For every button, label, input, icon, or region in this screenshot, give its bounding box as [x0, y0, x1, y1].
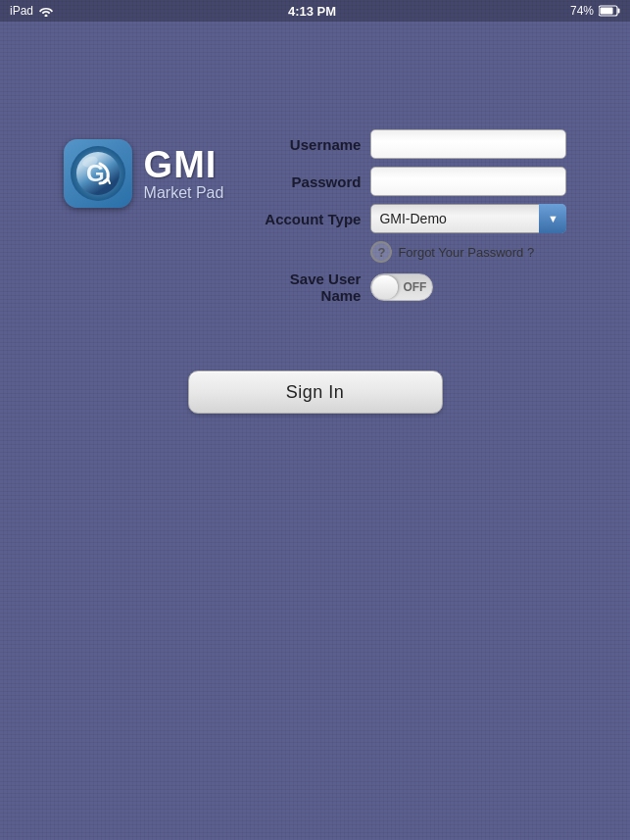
save-username-label: Save User Name	[253, 271, 361, 304]
password-label: Password	[253, 173, 361, 190]
logo-container: G GMI Market Pad	[64, 139, 224, 208]
save-username-row: Save User Name OFF	[253, 271, 566, 304]
status-left: iPad	[10, 4, 54, 18]
ipad-label: iPad	[10, 4, 33, 18]
forgot-password-row: ? Forgot Your Password ?	[370, 241, 566, 263]
status-time: 4:13 PM	[288, 4, 336, 19]
help-circle-icon[interactable]: ?	[370, 241, 392, 263]
username-row: Username	[253, 129, 566, 159]
logo-marketpad: Market Pad	[144, 185, 224, 201]
account-type-select[interactable]: GMI-Demo GMI-Live	[370, 204, 566, 233]
login-area: G GMI Market Pad Username	[64, 129, 567, 312]
account-type-wrapper: GMI-Demo GMI-Live	[370, 204, 566, 233]
signin-area: Sign In	[0, 371, 630, 414]
logo-gmi: GMI	[144, 146, 224, 183]
form-area: Username Password Account Type GMI-Demo …	[253, 129, 566, 312]
logo-text: GMI Market Pad	[144, 146, 224, 201]
password-input[interactable]	[370, 167, 566, 196]
main-content: G GMI Market Pad Username	[0, 22, 630, 840]
password-row: Password	[253, 167, 566, 196]
signin-button[interactable]: Sign In	[188, 371, 443, 414]
username-input[interactable]	[370, 129, 566, 159]
status-bar: iPad 4:13 PM 74%	[0, 0, 630, 22]
account-type-row: Account Type GMI-Demo GMI-Live	[253, 204, 566, 233]
battery-percent: 74%	[570, 4, 594, 18]
app-logo-icon: G	[64, 139, 132, 208]
account-type-label: Account Type	[253, 211, 361, 227]
svg-rect-2	[617, 9, 619, 14]
wifi-icon	[38, 5, 54, 17]
toggle-container: OFF	[370, 273, 433, 301]
svg-rect-3	[600, 8, 612, 15]
username-label: Username	[253, 136, 361, 153]
toggle-state-label: OFF	[403, 280, 426, 294]
svg-point-0	[45, 15, 48, 18]
toggle-knob	[372, 275, 398, 299]
status-right: 74%	[570, 4, 620, 18]
battery-icon	[599, 5, 620, 17]
forgot-password-text[interactable]: Forgot Your Password ?	[398, 245, 534, 260]
toggle-off-icon[interactable]: OFF	[370, 273, 433, 301]
